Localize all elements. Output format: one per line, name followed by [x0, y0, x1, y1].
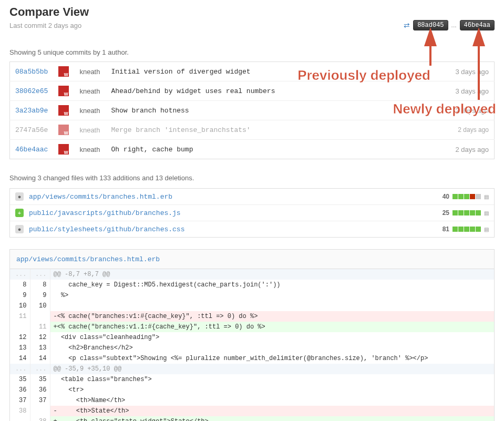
diff-line-hunk: ......@@ -35,9 +35,10 @@ — [10, 364, 494, 374]
avatar[interactable] — [58, 86, 69, 96]
diff-line-ctx: 99 %> — [10, 290, 494, 301]
diff-line-ctx: 3737 <th>Name</th> — [10, 395, 494, 406]
commit-author[interactable]: kneath — [79, 126, 100, 134]
diff-line-add: 38+ <th class="state-widget">State</th> — [10, 416, 494, 421]
commit-time: 2 days ago — [442, 101, 495, 120]
commits-summary: Showing 5 unique commits by 1 author. — [9, 48, 495, 56]
diff-code: <div class="cleanheading"> — [50, 332, 494, 343]
commit-time: 2 days ago — [442, 120, 495, 140]
commit-time: 2 days ago — [442, 140, 495, 159]
diff-code: <p class="subtext">Showing <%= pluralize… — [50, 353, 494, 364]
line-num-old: 35 — [10, 374, 30, 385]
diff-summary: Showing 3 changed files with 133 additio… — [9, 174, 495, 182]
page-title: Compare View — [9, 5, 89, 19]
commit-sha-link[interactable]: 3a23ab9e — [15, 107, 48, 115]
commit-author[interactable]: kneath — [79, 68, 100, 76]
commit-author[interactable]: kneath — [79, 87, 100, 95]
line-num-new: 12 — [30, 332, 50, 343]
diff-code: cache_key = Digest::MD5.hexdigest(cache_… — [50, 280, 494, 290]
diff-code: <h2>Branches</h2> — [50, 343, 494, 353]
line-num-new: 13 — [30, 343, 50, 353]
commit-sha-link[interactable]: 46be4aac — [15, 146, 48, 153]
diff-line-ctx: 3535 <table class="branches"> — [10, 374, 494, 385]
commit-time: 3 days ago — [442, 62, 495, 81]
line-num-new: 10 — [30, 301, 50, 311]
line-num-new: 8 — [30, 280, 50, 290]
diff-block-icon — [470, 194, 475, 199]
file-change-count: 81 — [443, 225, 449, 233]
line-num-new: 11 — [30, 322, 50, 332]
commit-sha-link[interactable]: 08a5b5bb — [15, 68, 48, 76]
diff-block-icon — [464, 227, 469, 232]
file-row[interactable]: ●public/stylesheets/github/branches.css8… — [10, 221, 494, 237]
diff-table: ......@@ -8,7 +8,7 @@88 cache_key = Dige… — [10, 269, 494, 421]
commit-sha-link[interactable]: 2747a56e — [15, 126, 48, 134]
commit-row[interactable]: 46be4aackneathOh right, cache bump2 days… — [10, 140, 495, 159]
commit-author[interactable]: kneath — [79, 146, 100, 153]
compare-range: ⇄ 88ad045 ... 46be4aa — [404, 5, 495, 30]
avatar[interactable] — [58, 125, 69, 135]
commit-row[interactable]: 08a5b5bbkneathInitial version of diverge… — [10, 62, 495, 81]
avatar[interactable] — [58, 66, 69, 77]
expand-icon[interactable]: ▤ — [484, 194, 489, 200]
sha-from-badge[interactable]: 88ad045 — [413, 20, 448, 30]
diff-block-icon — [458, 210, 464, 215]
diff-line-hunk: ......@@ -8,7 +8,7 @@ — [10, 269, 494, 280]
file-row[interactable]: +public/javascripts/github/branches.js25… — [10, 204, 494, 221]
line-num-old: 37 — [10, 395, 30, 406]
sha-ellipsis: ... — [451, 22, 457, 29]
commit-row[interactable]: 3a23ab9ekneathShow branch hotness2 days … — [10, 101, 495, 120]
commit-author[interactable]: kneath — [79, 107, 100, 115]
file-path-link[interactable]: public/stylesheets/github/branches.css — [29, 225, 443, 233]
sha-to-badge[interactable]: 46be4aa — [460, 20, 495, 30]
expand-icon[interactable]: ▤ — [484, 210, 489, 216]
diff-block-icon — [464, 194, 469, 199]
file-row[interactable]: ●app/views/commits/branches.html.erb40▤ — [10, 189, 494, 204]
line-num-old: 12 — [10, 332, 30, 343]
diff-code: <tr> — [50, 385, 494, 395]
commit-row[interactable]: 38062e65kneathAhead/behind by widget use… — [10, 81, 495, 101]
diff-block-icon — [458, 227, 464, 232]
commit-message: Oh right, cache bump — [111, 146, 193, 153]
line-num-old: 14 — [10, 353, 30, 364]
avatar[interactable] — [58, 144, 69, 155]
diff-code: @@ -35,9 +35,10 @@ — [50, 364, 494, 374]
file-status-badge: ● — [15, 192, 24, 201]
diff-line-ctx: 88 cache_key = Digest::MD5.hexdigest(cac… — [10, 280, 494, 290]
file-change-count: 40 — [443, 193, 449, 200]
file-path-link[interactable]: public/javascripts/github/branches.js — [29, 209, 443, 217]
diff-block-icon — [458, 194, 464, 199]
diff-blocks — [452, 227, 481, 232]
diff-block-icon — [470, 210, 475, 215]
file-status-badge: ● — [15, 225, 24, 233]
file-path-link[interactable]: app/views/commits/branches.html.erb — [29, 193, 443, 201]
diff-line-add: 11+<% cache("branches:v1.1:#{cache_key}"… — [10, 322, 494, 332]
diff-block-icon — [476, 194, 481, 199]
commit-row[interactable]: 2747a56ekneathMerge branch 'intense_bran… — [10, 120, 495, 140]
diff-line-ctx: 1414 <p class="subtext">Showing <%= plur… — [10, 353, 494, 364]
diff-file-block: app/views/commits/branches.html.erb ....… — [9, 249, 495, 421]
line-num-old: 11 — [10, 311, 30, 322]
commit-sha-link[interactable]: 38062e65 — [15, 87, 48, 95]
diff-code: %> — [50, 290, 494, 301]
diff-line-ctx: 1313 <h2>Branches</h2> — [10, 343, 494, 353]
line-num-new: 9 — [30, 290, 50, 301]
line-num-old: 13 — [10, 343, 30, 353]
commit-message: Merge branch 'intense_branchstats' — [111, 126, 250, 134]
diff-code: + <th class="state-widget">State</th> — [50, 416, 494, 421]
expand-icon[interactable]: ▤ — [484, 227, 489, 232]
diff-code: - <th>State</th> — [50, 406, 494, 416]
diff-line-ctx: 3636 <tr> — [10, 385, 494, 395]
line-num-new — [30, 311, 50, 322]
diff-file-header[interactable]: app/views/commits/branches.html.erb — [10, 250, 494, 269]
line-num-new: 36 — [30, 385, 50, 395]
diff-code: -<% cache("branches:v1:#{cache_key}", :t… — [50, 311, 494, 322]
last-commit-text: Last commit 2 days ago — [9, 22, 89, 29]
compare-icon: ⇄ — [404, 21, 410, 29]
line-num-new: 37 — [30, 395, 50, 406]
diff-line-del: 38- <th>State</th> — [10, 406, 494, 416]
avatar[interactable] — [58, 105, 69, 116]
line-num-old: 8 — [10, 280, 30, 290]
line-num-old: ... — [10, 269, 30, 280]
diff-code: <th>Name</th> — [50, 395, 494, 406]
